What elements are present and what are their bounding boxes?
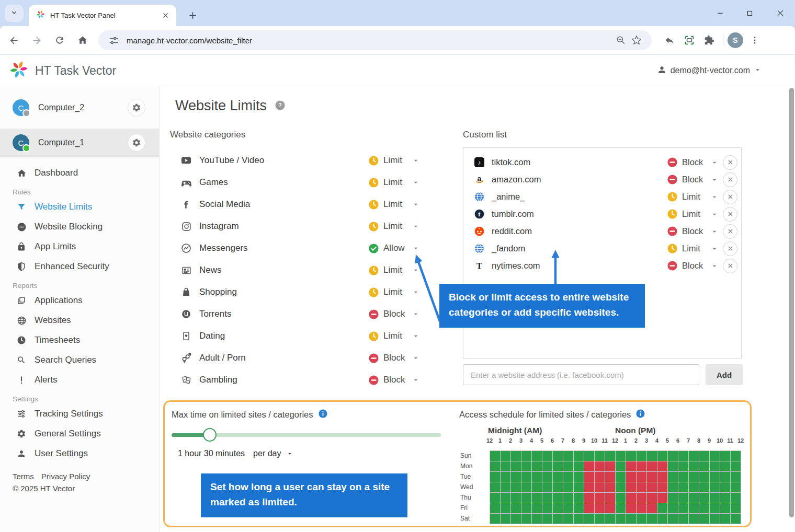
back-button[interactable] [4,31,23,50]
schedule-cell[interactable] [731,514,741,524]
website-address-input[interactable] [463,364,699,385]
remove-site-button[interactable] [723,155,737,170]
schedule-cell[interactable] [647,482,657,492]
sidebar-item-website-blocking[interactable]: Website Blocking [0,217,159,237]
schedule-cell[interactable] [553,493,563,503]
schedule-cell[interactable] [584,451,594,461]
schedule-cell[interactable] [563,482,573,492]
schedule-cell[interactable] [699,503,709,513]
schedule-cell[interactable] [595,503,605,513]
schedule-cell[interactable] [647,503,657,513]
schedule-cell[interactable] [584,514,594,524]
status-dropdown[interactable]: Limit [667,192,719,202]
schedule-cell[interactable] [616,451,626,461]
schedule-cell[interactable] [584,472,594,482]
schedule-cell[interactable] [657,514,667,524]
share-button[interactable] [660,31,679,50]
page-scrollbar[interactable] [789,88,794,517]
schedule-cell[interactable] [553,472,563,482]
tab-close-icon[interactable] [160,10,171,21]
account-menu[interactable]: demo@ht-vector.com [657,65,762,77]
sidebar-item-enhanced-security[interactable]: Enhanced Security [0,257,159,276]
schedule-cell[interactable] [616,514,626,524]
status-dropdown[interactable]: Block [667,157,719,167]
schedule-cell[interactable] [626,493,636,503]
schedule-cell[interactable] [626,472,636,482]
remove-site-button[interactable] [723,172,737,187]
schedule-cell[interactable] [542,503,552,513]
window-close-button[interactable] [770,5,791,21]
schedule-cell[interactable] [710,482,720,492]
schedule-cell[interactable] [501,451,510,461]
schedule-cell[interactable] [626,451,636,461]
schedule-cell[interactable] [689,514,699,524]
schedule-cell[interactable] [710,461,720,471]
status-dropdown[interactable]: Block [369,375,420,385]
schedule-cell[interactable] [521,482,531,492]
status-dropdown[interactable]: Limit [369,199,420,210]
schedule-cell[interactable] [563,503,573,513]
schedule-cell[interactable] [657,461,667,471]
computer-item[interactable]: CComputer_1 [0,129,159,157]
status-dropdown[interactable]: Block [369,309,420,319]
schedule-cell[interactable] [637,503,646,513]
schedule-cell[interactable] [720,451,730,461]
footer-link[interactable]: Terms [13,472,34,481]
sidebar-item-tracking-settings[interactable]: Tracking Settings [0,404,159,424]
remove-site-button[interactable] [723,207,737,222]
schedule-cell[interactable] [595,472,605,482]
schedule-cell[interactable] [511,514,521,524]
schedule-cell[interactable] [563,461,573,471]
schedule-cell[interactable] [720,493,730,503]
status-dropdown[interactable]: Block [369,353,420,363]
status-dropdown[interactable]: Allow [369,243,420,253]
schedule-cell[interactable] [720,461,730,471]
schedule-cell[interactable] [647,472,657,482]
schedule-cell[interactable] [710,503,720,513]
schedule-cell[interactable] [731,472,741,482]
schedule-cell[interactable] [563,493,573,503]
status-dropdown[interactable]: Limit [369,265,420,275]
schedule-cell[interactable] [532,472,542,482]
schedule-cell[interactable] [595,493,605,503]
remove-site-button[interactable] [723,224,737,239]
schedule-cell[interactable] [574,451,584,461]
schedule-cell[interactable] [731,482,741,492]
schedule-cell[interactable] [626,461,636,471]
schedule-cell[interactable] [689,461,699,471]
schedule-cell[interactable] [595,461,605,471]
schedule-cell[interactable] [605,482,615,492]
schedule-cell[interactable] [532,514,542,524]
schedule-cell[interactable] [553,461,563,471]
gear-icon[interactable] [128,99,145,117]
schedule-cell[interactable] [511,461,521,471]
schedule-cell[interactable] [699,472,709,482]
status-dropdown[interactable]: Block [667,261,719,271]
schedule-cell[interactable] [657,493,667,503]
time-slider-thumb[interactable] [203,428,217,442]
status-dropdown[interactable]: Limit [667,209,719,219]
schedule-cell[interactable] [678,451,688,461]
schedule-cell[interactable] [532,451,542,461]
schedule-cell[interactable] [637,514,646,524]
schedule-cell[interactable] [563,451,573,461]
schedule-cell[interactable] [490,514,500,524]
remove-site-button[interactable] [723,259,737,273]
sidebar-item-websites[interactable]: Websites [0,310,159,330]
schedule-cell[interactable] [626,482,636,492]
reload-button[interactable] [50,31,69,50]
tab-search-button[interactable] [5,5,24,22]
schedule-cell[interactable] [542,482,552,492]
schedule-cell[interactable] [501,461,510,471]
schedule-cell[interactable] [657,451,667,461]
schedule-cell[interactable] [605,451,615,461]
status-dropdown[interactable]: Block [667,175,719,184]
schedule-cell[interactable] [689,482,699,492]
schedule-cell[interactable] [616,482,626,492]
period-dropdown[interactable]: per day [253,449,293,458]
schedule-cell[interactable] [699,493,709,503]
schedule-cell[interactable] [710,514,720,524]
schedule-cell[interactable] [532,482,542,492]
schedule-cell[interactable] [731,461,741,471]
schedule-cell[interactable] [637,493,646,503]
